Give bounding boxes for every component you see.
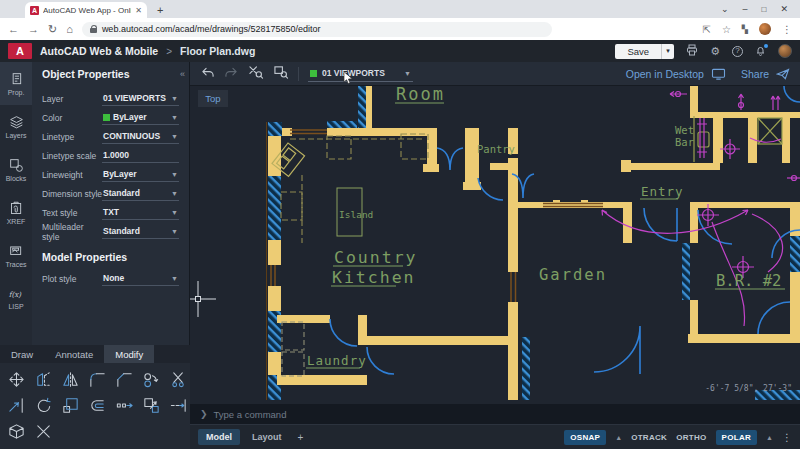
select-similar-icon[interactable] bbox=[248, 65, 264, 83]
tool-extend-icon[interactable] bbox=[3, 392, 30, 418]
help-icon[interactable]: ? bbox=[732, 46, 743, 57]
share-page-icon[interactable]: ⇱ bbox=[702, 24, 710, 35]
tool-fillet-icon[interactable] bbox=[84, 366, 111, 392]
label-laundry: Laundry bbox=[307, 353, 367, 368]
minimize-icon[interactable]: – bbox=[743, 4, 748, 14]
pantry-door bbox=[478, 178, 503, 200]
osnap-options-icon[interactable]: ▲ bbox=[615, 434, 622, 441]
tool-trim-icon[interactable] bbox=[165, 366, 192, 392]
desktop-monitor-icon bbox=[711, 68, 726, 80]
layer-dropdown[interactable]: 01 VIEWPORTS ▼ bbox=[308, 65, 413, 82]
chevron-down-icon: ▼ bbox=[171, 275, 178, 282]
reload-icon[interactable]: ↻ bbox=[48, 23, 57, 36]
property-row-linetype: Linetype CONTINUOUS ▼ bbox=[42, 127, 179, 146]
tool-stretch-icon[interactable] bbox=[111, 392, 138, 418]
dimension-style-select[interactable]: Standard ▼ bbox=[102, 186, 179, 201]
tool-offset-icon[interactable] bbox=[84, 392, 111, 418]
collapse-panel-icon[interactable]: « bbox=[180, 69, 185, 79]
plot-style-select[interactable]: None ▼ bbox=[102, 271, 179, 286]
toggle-otrack[interactable]: OTRACK bbox=[631, 433, 667, 442]
zoom-window-icon[interactable] bbox=[273, 65, 289, 83]
linetype-scale-input[interactable]: 1.0000 bbox=[102, 148, 179, 163]
breadcrumb-app[interactable]: AutoCAD Web & Mobile bbox=[40, 45, 158, 57]
tool-lengthen-icon[interactable] bbox=[165, 392, 192, 418]
tab-model[interactable]: Model bbox=[198, 429, 240, 445]
notifications-bell-icon[interactable] bbox=[755, 45, 766, 58]
lineweight-select[interactable]: ByLayer ▼ bbox=[102, 167, 179, 182]
drawing-canvas[interactable]: Room Pantry Wet Bar Entry Island Country… bbox=[190, 86, 800, 404]
polar-options-icon[interactable]: ▲ bbox=[766, 434, 773, 441]
browser-menu-icon[interactable]: ⋮ bbox=[782, 24, 792, 35]
sidebar-item-properties[interactable]: Prop. bbox=[0, 62, 32, 105]
tool-move-icon[interactable] bbox=[3, 366, 30, 392]
sidebar-item-lisp[interactable]: f(x) LISP bbox=[0, 277, 32, 320]
sidebar-item-traces[interactable]: Traces bbox=[0, 234, 32, 277]
tool-chamfer-icon[interactable] bbox=[111, 366, 138, 392]
toggle-osnap[interactable]: OSNAP bbox=[564, 430, 606, 445]
save-split-button[interactable]: Save ▾ bbox=[615, 44, 674, 59]
tool-mirror-icon[interactable] bbox=[57, 366, 84, 392]
chevron-down-icon: ▼ bbox=[171, 114, 178, 121]
command-line[interactable]: ❯ Type a command bbox=[190, 404, 800, 424]
laundry-door-2 bbox=[367, 347, 394, 374]
sidebar-item-layers[interactable]: Layers bbox=[0, 105, 32, 148]
chevron-down-icon: ▼ bbox=[404, 70, 411, 77]
add-layout-button[interactable]: + bbox=[298, 432, 304, 443]
toggle-polar[interactable]: POLAR bbox=[716, 430, 758, 445]
canvas-toolbar: 01 VIEWPORTS ▼ Open in Desktop Share bbox=[190, 62, 800, 86]
viewcube-top[interactable]: Top bbox=[198, 90, 228, 107]
browser-avatar[interactable] bbox=[759, 23, 771, 35]
chevron-down-icon: ▼ bbox=[171, 95, 178, 102]
open-in-desktop-link[interactable]: Open in Desktop bbox=[626, 68, 704, 80]
chevron-down-icon: ▼ bbox=[171, 190, 178, 197]
tool-match-properties-icon[interactable] bbox=[138, 392, 165, 418]
label-pantry: Pantry bbox=[477, 143, 515, 155]
tab-annotate[interactable]: Annotate bbox=[44, 345, 104, 363]
tab-draw[interactable]: Draw bbox=[0, 345, 44, 363]
linetype-select[interactable]: CONTINUOUS ▼ bbox=[102, 129, 179, 144]
maximize-icon[interactable]: □ bbox=[762, 5, 767, 14]
sidebar-item-blocks[interactable]: Blocks bbox=[0, 148, 32, 191]
settings-gear-icon[interactable]: ⚙ bbox=[710, 46, 720, 57]
forward-icon[interactable]: → bbox=[28, 23, 39, 35]
tool-copy-icon[interactable] bbox=[30, 366, 57, 392]
redo-icon[interactable] bbox=[224, 65, 239, 83]
text-style-select[interactable]: TXT ▼ bbox=[102, 205, 179, 220]
close-tab-icon[interactable]: ✕ bbox=[135, 6, 142, 15]
tool-scale-icon[interactable] bbox=[57, 392, 84, 418]
undo-icon[interactable] bbox=[200, 65, 215, 83]
sidebar-item-xref[interactable]: XREF bbox=[0, 191, 32, 234]
home-icon[interactable]: ⌂ bbox=[66, 23, 73, 35]
new-tab-button[interactable]: + bbox=[157, 4, 163, 16]
label-bedroom2: B.R. #2 bbox=[716, 272, 781, 290]
layer-select[interactable]: 01 VIEWPORTS ▼ bbox=[102, 91, 179, 106]
toolbar-divider bbox=[298, 67, 299, 81]
close-window-icon[interactable]: ✕ bbox=[780, 4, 788, 14]
tab-search-icon[interactable]: ⌄ bbox=[721, 4, 729, 14]
share-link[interactable]: Share bbox=[741, 68, 769, 80]
browser-tab[interactable]: A AutoCAD Web App - Online CAD ✕ bbox=[25, 2, 147, 18]
label-bar: Bar bbox=[675, 136, 694, 148]
save-dropdown-icon[interactable]: ▾ bbox=[661, 44, 674, 59]
property-row-dimension-style: Dimension style Standard ▼ bbox=[42, 184, 179, 203]
tab-layout[interactable]: Layout bbox=[244, 429, 290, 445]
statusbar-menu-icon[interactable]: ⋮ bbox=[782, 432, 792, 443]
save-button[interactable]: Save bbox=[615, 44, 661, 59]
multileader-style-select[interactable]: Standard ▼ bbox=[102, 224, 179, 239]
back-icon[interactable]: ← bbox=[8, 23, 19, 35]
tool-explode-icon[interactable] bbox=[3, 418, 30, 444]
user-avatar[interactable] bbox=[778, 44, 792, 58]
address-bar[interactable]: web.autocad.com/acad/me/drawings/5281758… bbox=[82, 22, 552, 37]
bookmark-star-icon[interactable]: ☆ bbox=[722, 24, 731, 35]
color-select[interactable]: ByLayer ▼ bbox=[102, 110, 179, 125]
modify-tools-grid bbox=[0, 363, 190, 444]
tool-rotate-icon[interactable] bbox=[30, 392, 57, 418]
tool-erase-icon[interactable] bbox=[30, 418, 57, 444]
print-icon[interactable] bbox=[686, 44, 698, 58]
tab-modify[interactable]: Modify bbox=[104, 345, 154, 363]
property-row-text-style: Text style TXT ▼ bbox=[42, 203, 179, 222]
extensions-icon[interactable]: ▚ bbox=[742, 25, 748, 34]
toggle-ortho[interactable]: ORTHO bbox=[676, 433, 706, 442]
lock-icon bbox=[90, 25, 97, 33]
tool-array-icon[interactable] bbox=[138, 366, 165, 392]
